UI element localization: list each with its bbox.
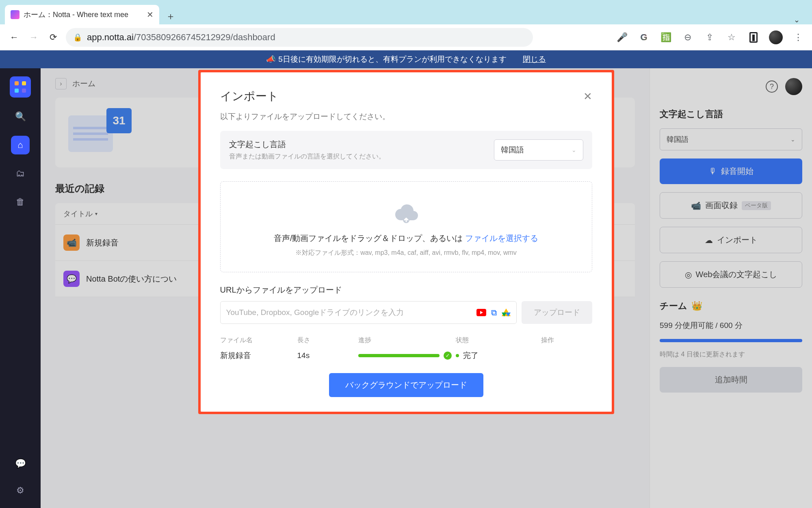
url-text: app.notta.ai/7035809266745212929/dashboa… [87,32,275,43]
cell-length: 14s [297,351,354,360]
translate-icon[interactable]: 🈯 [659,31,672,44]
background-upload-button[interactable]: バックグラウンドでアップロード [329,373,483,397]
file-select-link[interactable]: ファイルを選択する [465,234,538,243]
share-icon[interactable]: ⇪ [703,31,716,44]
reader-mode-icon[interactable] [747,31,760,44]
modal-title: インポート [220,89,279,104]
import-modal: インポート ✕ 以下よりファイルをアップロードしてください。 文字起こし言語 音… [201,72,612,412]
tabs-menu-chevron-icon[interactable]: ⌄ [794,15,800,24]
upload-table-header: ファイル名 長さ 進捗 状態 操作 [220,336,592,345]
back-button[interactable]: ← [7,30,21,44]
cell-filename: 新規録音 [220,350,293,361]
mic-icon[interactable]: 🎤 [615,31,628,44]
dropbox-icon: ⧉ [491,308,497,317]
google-drive-icon [502,308,511,317]
settings-icon[interactable]: ⚙ [11,481,30,500]
menu-icon[interactable]: ⋮ [792,31,805,44]
search-icon[interactable]: 🔍 [11,107,30,126]
trial-banner: 📣5日後に有効期限が切れると、有料プランが利用できなくなります 閉じる [0,50,812,68]
cell-progress: ✓ [358,352,452,360]
lock-icon: 🔒 [73,33,82,42]
trash-icon[interactable]: 🗑 [11,193,30,211]
browser-toolbar: ← → ⟳ 🔒 app.notta.ai/7035809266745212929… [0,24,812,50]
file-drop-zone[interactable]: 音声/動画ファイルをドラッグ＆ドロップ、あるいは ファイルを選択する ※対応ファ… [220,181,592,272]
url-input[interactable] [226,308,472,317]
tab-favicon [11,10,19,19]
modal-highlight-border: インポート ✕ 以下よりファイルをアップロードしてください。 文字起こし言語 音… [198,70,614,414]
banner-close[interactable]: 閉じる [523,54,546,65]
tab-title: ホーム：Notta - Where text mee [24,10,143,20]
folder-icon[interactable]: 🗂 [11,164,30,183]
url-input-container: ⧉ [220,301,517,324]
cloud-upload-icon [393,201,419,224]
col-length: 長さ [297,336,354,345]
col-action: 操作 [541,336,590,345]
url-upload-heading: URLからファイルをアップロード [220,284,592,295]
reload-button[interactable]: ⟳ [46,30,60,44]
app-logo[interactable] [10,76,31,98]
chevron-down-icon: ⌄ [572,147,576,153]
col-progress: 進捗 [358,336,452,345]
lang-box-subtitle: 音声または動画ファイルの言語を選択してください。 [229,152,385,161]
banner-text: 📣5日後に有効期限が切れると、有料プランが利用できなくなります [266,54,507,65]
bookmark-icon[interactable]: ☆ [725,31,738,44]
tab-close-icon[interactable]: ✕ [147,10,154,20]
modal-close-icon[interactable]: ✕ [583,90,592,103]
status-dot [456,354,459,357]
modal-subtitle: 以下よりファイルをアップロードしてください。 [220,111,592,122]
upload-table-row: 新規録音 14s ✓ 完了 [220,350,592,361]
cell-status: 完了 [456,350,537,361]
url-upload-button: アップロード [522,301,592,324]
col-filename: ファイル名 [220,336,293,345]
zoom-out-icon[interactable]: ⊖ [681,31,694,44]
lang-box-title: 文字起こし言語 [229,139,385,150]
browser-tab-bar: ホーム：Notta - Where text mee ✕ ＋ ⌄ [0,0,812,24]
language-box: 文字起こし言語 音声または動画ファイルの言語を選択してください。 韓国語 ⌄ [220,131,592,169]
col-status: 状態 [456,336,537,345]
forward-button: → [27,30,41,44]
youtube-icon [476,309,486,316]
check-icon: ✓ [444,352,452,360]
feedback-icon[interactable]: 💬 [11,454,30,473]
new-tab-button[interactable]: ＋ [162,8,179,24]
google-icon[interactable]: G [637,31,650,44]
home-icon[interactable]: ⌂ [11,136,30,154]
left-rail: 🔍 ⌂ 🗂 🗑 💬 ⚙ [0,68,41,508]
profile-avatar[interactable] [769,30,783,44]
modal-language-select[interactable]: 韓国語 ⌄ [494,139,583,161]
drop-zone-text: 音声/動画ファイルをドラッグ＆ドロップ、あるいは ファイルを選択する [229,233,584,244]
address-bar[interactable]: 🔒 app.notta.ai/7035809266745212929/dashb… [66,28,533,47]
supported-formats: ※対応ファイル形式：wav, mp3, m4a, caf, aiff, avi,… [229,249,584,257]
browser-tab[interactable]: ホーム：Notta - Where text mee ✕ [5,5,159,24]
